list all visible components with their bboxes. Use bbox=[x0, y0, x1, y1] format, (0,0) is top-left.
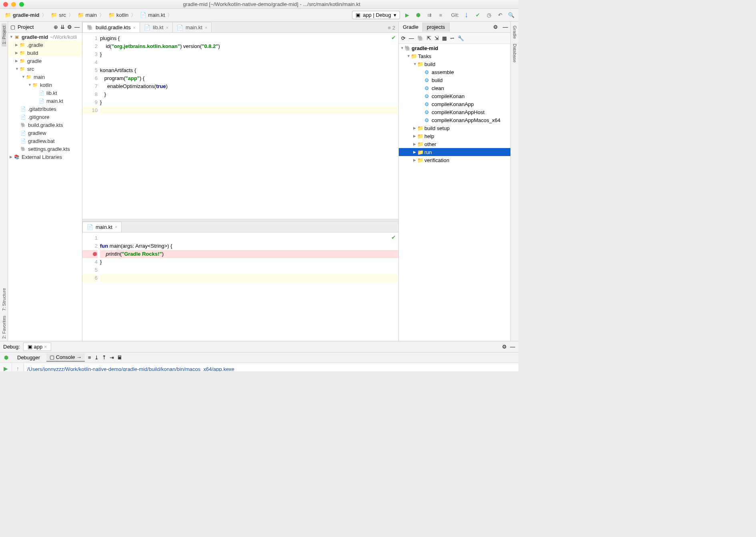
vcs-history-icon[interactable]: ◷ bbox=[485, 11, 493, 19]
run-to-cursor-icon[interactable]: ⇥ bbox=[110, 355, 114, 361]
gradle-tool-window: Gradle projects ⚙ — ⟳ — 🐘 ⇱ ⇲ ▦ ⥋ 🔧 ▼🐘gr… bbox=[398, 22, 510, 341]
titlebar: gradle-mid [~/Work/kotlin-native-demo/gr… bbox=[0, 0, 518, 9]
editor-tab[interactable]: 📄 main.kt × bbox=[82, 222, 122, 232]
wrench-icon[interactable]: 🔧 bbox=[458, 35, 464, 41]
search-everywhere-icon[interactable]: 🔍 bbox=[507, 11, 515, 19]
debug-settings-icon[interactable]: ⚙ bbox=[502, 344, 507, 350]
vcs-revert-icon[interactable]: ↶ bbox=[496, 11, 504, 19]
editor-build-gradle[interactable]: 12345678910 ✔ plugins { id("org.jetbrain… bbox=[82, 33, 398, 219]
gradle-tab[interactable]: Gradle bbox=[399, 22, 423, 32]
project-tool-window: ▢ Project ⊕ ⇊ ⚙ — ▼▣gradle-mid~/Work/kot… bbox=[8, 22, 82, 341]
vcs-update-icon[interactable]: ⭣ bbox=[462, 11, 470, 19]
close-tab-icon[interactable]: × bbox=[166, 25, 168, 30]
hide-icon[interactable]: — bbox=[510, 344, 515, 350]
breadcrumb[interactable]: 📁 src 〉 bbox=[49, 11, 76, 20]
gradle-settings-icon[interactable]: ⚙ bbox=[491, 24, 500, 30]
resume-icon[interactable]: ▶ bbox=[4, 365, 8, 371]
breadcrumb[interactable]: 📁 main 〉 bbox=[76, 11, 107, 20]
navigation-bar: 📁 gradle-mid 〉 📁 src 〉 📁 main 〉 📁 kotlin… bbox=[0, 9, 518, 22]
hide-icon[interactable]: — bbox=[74, 24, 80, 30]
step-out-icon[interactable]: ⤒ bbox=[102, 355, 106, 361]
editor-area: 🐘 build.gradle.kts × 📄 lib.kt × 📄 main.k… bbox=[82, 22, 398, 341]
window-title: gradle-mid [~/Work/kotlin-native-demo/gr… bbox=[28, 1, 515, 7]
editor-tabs: 🐘 build.gradle.kts × 📄 lib.kt × 📄 main.k… bbox=[82, 22, 398, 33]
gradle-icon[interactable]: 🐘 bbox=[417, 35, 424, 41]
settings-icon[interactable]: ⚙ bbox=[67, 24, 72, 30]
left-tool-gutter: 1: Project 7: Structure 2: Favorites bbox=[0, 22, 8, 341]
stop-button[interactable]: ■ bbox=[437, 11, 445, 19]
breadcrumb[interactable]: 📄 main.kt 〉 bbox=[138, 11, 175, 20]
project-tree[interactable]: ▼▣gradle-mid~/Work/kotli ▶📁.gradle ▶📁bui… bbox=[8, 33, 82, 341]
breakpoint-icon[interactable] bbox=[93, 252, 97, 256]
debug-title: Debug: bbox=[3, 344, 20, 350]
editor-tab[interactable]: 🐘 build.gradle.kts × bbox=[82, 22, 140, 32]
debugger-tab[interactable]: Debugger bbox=[14, 354, 43, 361]
vcs-label: Git: bbox=[451, 12, 459, 18]
tool-tab-database[interactable]: Database bbox=[512, 41, 517, 65]
console-tab[interactable]: ▢ Console → bbox=[46, 353, 85, 362]
step-over-icon[interactable]: ≡ bbox=[88, 355, 91, 361]
tool-tab-favorites[interactable]: 2: Favorites bbox=[2, 313, 6, 341]
debug-button[interactable]: ⬢ bbox=[414, 11, 422, 19]
breadcrumb[interactable]: 📁 kotlin 〉 bbox=[107, 11, 138, 20]
editor-tab[interactable]: 📄 lib.kt × bbox=[140, 22, 173, 32]
debug-icon: ⬢ bbox=[2, 355, 11, 361]
project-pane-title: Project bbox=[18, 24, 34, 30]
editor-main-kt[interactable]: 123456 ✔ fun main(args: Array<String>) {… bbox=[82, 232, 398, 341]
close-window-icon[interactable] bbox=[3, 2, 8, 7]
maximize-window-icon[interactable] bbox=[19, 2, 24, 7]
toggle-icon[interactable]: ▦ bbox=[442, 35, 447, 41]
tool-tab-structure[interactable]: 7: Structure bbox=[2, 286, 6, 313]
vcs-commit-icon[interactable]: ✔ bbox=[474, 11, 482, 19]
run-button[interactable]: ▶ bbox=[403, 11, 411, 19]
gradle-projects-tab[interactable]: projects bbox=[423, 22, 450, 32]
run-with-coverage-button[interactable]: ⇉ bbox=[426, 11, 434, 19]
evaluate-icon[interactable]: 🖩 bbox=[117, 355, 122, 361]
minimize-window-icon[interactable] bbox=[11, 2, 16, 7]
refresh-icon[interactable]: ⟳ bbox=[401, 35, 406, 41]
gradle-task-run[interactable]: ▶📁run bbox=[399, 148, 510, 156]
close-tab-icon[interactable]: × bbox=[205, 25, 207, 30]
editor-tab[interactable]: 📄 main.kt × bbox=[172, 22, 212, 32]
tool-tab-gradle[interactable]: Gradle bbox=[512, 23, 517, 41]
collapse-icon[interactable]: ⇲ bbox=[434, 35, 439, 41]
project-view-icon: ▢ bbox=[10, 24, 15, 30]
right-tool-gutter: Gradle Database bbox=[510, 22, 518, 341]
editor-tabs-2: 📄 main.kt × bbox=[82, 221, 398, 232]
split-indicator[interactable]: ≡ 2 bbox=[385, 23, 398, 32]
close-tab-icon[interactable]: × bbox=[115, 224, 117, 229]
inspection-ok-icon: ✔ bbox=[391, 234, 396, 240]
collapse-all-icon[interactable]: ⇊ bbox=[60, 24, 65, 30]
inspection-ok-icon: ✔ bbox=[391, 34, 396, 41]
offline-icon[interactable]: ⥋ bbox=[450, 35, 454, 41]
scroll-from-source-icon[interactable]: ⊕ bbox=[54, 24, 58, 30]
debug-tool-window: Debug: ▣ app × ⚙ — ⬢ Debugger ▢ Console … bbox=[0, 341, 518, 371]
up-icon[interactable]: ↑ bbox=[16, 365, 19, 371]
gradle-toolbar: ⟳ — 🐘 ⇱ ⇲ ▦ ⥋ 🔧 bbox=[399, 33, 510, 44]
hide-icon[interactable]: — bbox=[500, 24, 510, 30]
run-config-selector[interactable]: ▣ app | Debug ▾ bbox=[352, 11, 400, 19]
breadcrumb[interactable]: 📁 gradle-mid 〉 bbox=[3, 11, 49, 20]
debug-session-tab[interactable]: ▣ app × bbox=[23, 343, 52, 351]
expand-icon[interactable]: ⇱ bbox=[427, 35, 431, 41]
gradle-tree[interactable]: ▼🐘gradle-mid ▼📁Tasks ▼📁build ⚙assemble ⚙… bbox=[399, 44, 510, 341]
step-into-icon[interactable]: ⤓ bbox=[94, 355, 99, 361]
console-output[interactable]: /Users/jonnyzzz/Work/kotlin-native-demo/… bbox=[24, 363, 518, 371]
remove-icon[interactable]: — bbox=[409, 35, 414, 41]
close-tab-icon[interactable]: × bbox=[133, 25, 135, 30]
tool-tab-project[interactable]: 1: Project bbox=[2, 23, 6, 46]
